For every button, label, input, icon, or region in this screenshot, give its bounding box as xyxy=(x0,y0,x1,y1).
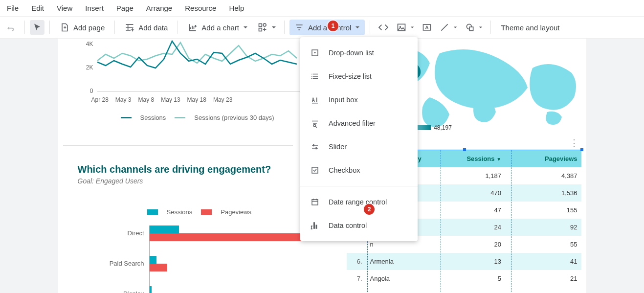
svg-rect-1 xyxy=(259,24,262,27)
dd-data-control[interactable]: Data control xyxy=(300,214,418,237)
svg-rect-19 xyxy=(312,167,318,173)
menu-file[interactable]: File xyxy=(7,4,19,12)
svg-point-15 xyxy=(313,124,316,127)
shape-button[interactable] xyxy=(462,20,486,35)
slider-icon xyxy=(310,142,320,152)
dd-slider[interactable]: Slider xyxy=(300,135,418,158)
input-icon xyxy=(310,95,320,105)
bar-chart-subtitle: Goal: Engaged Users xyxy=(78,177,317,185)
add-chart-label: Add a chart xyxy=(201,23,239,32)
svg-rect-4 xyxy=(398,24,405,30)
checkbox-icon xyxy=(310,165,320,175)
chevron-down-icon xyxy=(453,25,457,29)
x-axis: Apr 28 May 3 May 8 May 13 May 18 May 23 xyxy=(91,96,233,103)
calendar-icon xyxy=(310,197,320,207)
svg-rect-17 xyxy=(313,144,314,147)
svg-rect-24 xyxy=(313,222,315,229)
theme-layout-button[interactable]: Theme and layout xyxy=(496,21,564,35)
line-button[interactable] xyxy=(437,20,460,35)
menu-edit[interactable]: Edit xyxy=(31,4,44,12)
svg-rect-18 xyxy=(316,147,317,150)
menu-insert[interactable]: Insert xyxy=(85,4,104,12)
bar-chart-legend: Sessions Pageviews xyxy=(147,208,317,216)
dd-input-box[interactable]: Input box xyxy=(300,88,418,112)
col-pageviews[interactable]: Pageviews xyxy=(505,150,581,167)
redo-button[interactable] xyxy=(4,20,20,35)
menu-page[interactable]: Page xyxy=(116,4,133,12)
menu-arrange[interactable]: Arrange xyxy=(146,4,172,12)
dropdown-list-icon xyxy=(310,48,320,58)
text-button[interactable] xyxy=(419,20,435,35)
dd-checkbox[interactable]: Checkbox xyxy=(300,158,418,182)
svg-point-2 xyxy=(263,23,266,26)
add-control-button[interactable]: Add a control xyxy=(289,20,365,35)
menu-resource[interactable]: Resource xyxy=(185,4,216,12)
svg-rect-6 xyxy=(423,24,431,30)
dd-advanced-filter[interactable]: Advanced filter xyxy=(300,112,418,135)
menu-view[interactable]: View xyxy=(57,4,72,12)
theme-layout-label: Theme and layout xyxy=(501,23,559,32)
svg-point-11 xyxy=(311,74,312,75)
svg-rect-8 xyxy=(470,27,474,30)
add-data-label: Add data xyxy=(138,23,168,32)
menu-help[interactable]: Help xyxy=(229,4,244,12)
bar-chart-title: Which channels are driving engagement? xyxy=(78,164,317,175)
svg-rect-20 xyxy=(312,200,318,205)
table-row: 6.Armenia1341 xyxy=(347,253,581,270)
channels-bar-chart[interactable]: Which channels are driving engagement? G… xyxy=(78,164,317,293)
menubar: File Edit View Insert Page Arrange Resou… xyxy=(0,0,644,16)
dd-dropdown-list[interactable]: Drop-down list xyxy=(300,41,418,65)
chevron-down-icon xyxy=(479,25,483,29)
svg-rect-25 xyxy=(316,225,317,229)
dd-date-range[interactable]: Date range control xyxy=(300,190,418,214)
annotation-1: 1 xyxy=(328,21,338,31)
chevron-down-icon xyxy=(355,25,360,30)
filter-icon xyxy=(294,23,304,32)
chevron-down-icon xyxy=(243,25,248,30)
line-chart-svg xyxy=(97,39,308,95)
embed-button[interactable] xyxy=(375,20,392,35)
svg-line-16 xyxy=(315,126,317,128)
add-page-label: Add page xyxy=(73,23,105,32)
data-control-icon xyxy=(310,221,320,230)
list-icon xyxy=(310,71,320,81)
svg-point-13 xyxy=(311,78,312,79)
image-button[interactable] xyxy=(394,20,417,35)
add-data-button[interactable]: Add data xyxy=(120,20,173,35)
table-row: 7.Angola521 xyxy=(347,270,581,287)
svg-rect-3 xyxy=(259,28,262,31)
chevron-down-icon xyxy=(271,25,276,30)
svg-point-12 xyxy=(311,76,312,77)
community-viz-button[interactable] xyxy=(255,20,279,35)
add-page-button[interactable]: Add page xyxy=(55,20,110,35)
chevron-down-icon xyxy=(410,25,414,29)
annotation-2: 2 xyxy=(364,204,375,215)
col-sessions[interactable]: Sessions ▼ xyxy=(425,150,505,167)
toolbar: Add page Add data Add a chart Add a cont… xyxy=(0,16,644,39)
bar-rows: Direct Paid Search Display xyxy=(78,225,317,293)
dd-fixed-list[interactable]: Fixed-size list xyxy=(300,65,418,88)
add-control-dropdown: Drop-down list Fixed-size list Input box… xyxy=(300,37,418,241)
filter-search-icon xyxy=(310,118,320,128)
add-chart-button[interactable]: Add a chart xyxy=(183,20,253,35)
line-chart-legend: Sessions Sessions (previous 30 days) xyxy=(121,114,274,121)
select-tool[interactable] xyxy=(30,20,44,35)
